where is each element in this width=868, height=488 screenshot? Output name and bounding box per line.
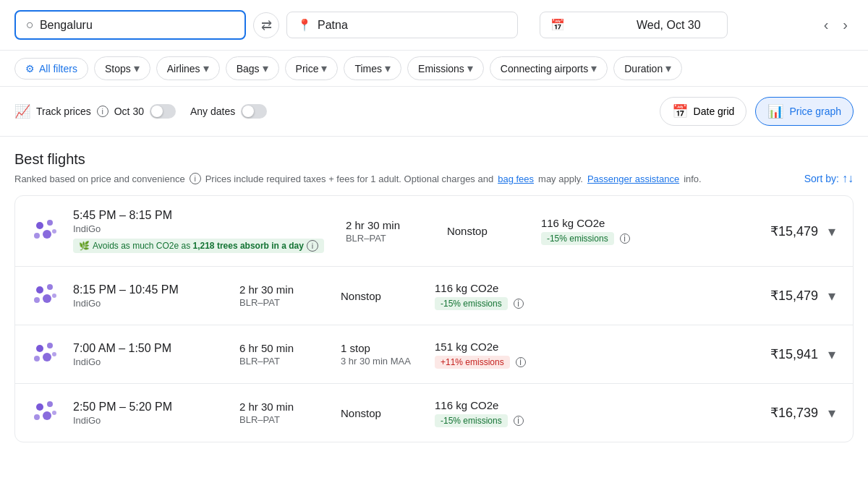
search-bar: ○ ⇄ 📍 Patna 📅 Wed, Oct 30 ‹ › — [0, 0, 868, 51]
flight-price: ₹15,479 ▾ — [770, 284, 838, 307]
airline-logo — [30, 397, 61, 429]
connecting-airports-label: Connecting airports — [501, 63, 588, 74]
svg-point-3 — [43, 230, 51, 239]
flight-time-range: 5:45 PM – 8:15 PM — [73, 209, 324, 222]
price-filter[interactable]: Price ▾ — [285, 56, 339, 80]
times-chevron: ▾ — [385, 61, 391, 75]
svg-point-8 — [43, 294, 51, 303]
date-grid-label: Date grid — [694, 106, 735, 117]
track-trend-icon: 📈 — [14, 103, 30, 119]
prev-date-button[interactable]: ‹ — [818, 14, 835, 36]
stops-filter[interactable]: Stops ▾ — [94, 56, 150, 80]
passenger-assistance-link[interactable]: Passenger assistance — [587, 174, 679, 184]
track-prices-label: Track prices — [36, 106, 91, 117]
bags-label: Bags — [237, 63, 260, 74]
swap-button[interactable]: ⇄ — [253, 12, 279, 38]
svg-point-15 — [36, 403, 43, 411]
svg-point-2 — [34, 233, 40, 239]
track-prices-toggle[interactable] — [150, 104, 176, 119]
price-value: ₹16,739 — [770, 405, 818, 421]
stops-value: Nonstop — [341, 290, 413, 302]
duration-value: 2 hr 30 min — [346, 219, 425, 231]
sort-arrows-icon: ↑↓ — [842, 172, 854, 185]
flight-emissions: 116 kg CO2e -15% emissions i — [435, 399, 550, 427]
svg-point-11 — [47, 343, 53, 348]
subtitle-info-icon[interactable]: i — [190, 173, 201, 184]
duration-label: Duration — [624, 63, 663, 74]
flight-row[interactable]: 7:00 AM – 1:50 PM IndiGo 6 hr 50 min BLR… — [15, 325, 853, 384]
price-chevron: ▾ — [321, 61, 327, 75]
expand-button[interactable]: ▾ — [825, 284, 838, 307]
emissions-badge: +11% emissions — [435, 356, 510, 369]
emissions-chevron: ▾ — [467, 61, 473, 75]
emissions-label: Emissions — [418, 63, 464, 74]
connecting-chevron: ▾ — [591, 61, 597, 75]
svg-point-10 — [36, 345, 43, 352]
flight-emissions: 116 kg CO2e -15% emissions i — [435, 282, 550, 310]
flight-stops: Nonstop — [341, 407, 413, 419]
flight-times: 5:45 PM – 8:15 PM IndiGo 🌿 Avoids as muc… — [73, 209, 324, 253]
airline-logo — [30, 215, 61, 247]
date-grid-button[interactable]: 📅 Date grid — [660, 97, 747, 126]
flight-row[interactable]: 8:15 PM – 10:45 PM IndiGo 2 hr 30 min BL… — [15, 267, 853, 325]
next-icon: › — [843, 17, 848, 33]
times-filter[interactable]: Times ▾ — [344, 56, 401, 80]
destination-value: Patna — [318, 19, 348, 32]
price-value: ₹15,479 — [770, 288, 818, 304]
flight-duration: 2 hr 30 min BLR–PAT — [239, 283, 319, 308]
emissions-filter[interactable]: Emissions ▾ — [407, 56, 484, 80]
flight-airline: IndiGo — [73, 298, 218, 309]
flight-row[interactable]: 2:50 PM – 5:20 PM IndiGo 2 hr 30 min BLR… — [15, 384, 853, 442]
flight-time-range: 7:00 AM – 1:50 PM — [73, 342, 218, 355]
flight-duration: 6 hr 50 min BLR–PAT — [239, 342, 319, 367]
emissions-badge: -15% emissions — [541, 232, 614, 245]
any-dates-toggle[interactable] — [241, 104, 267, 119]
bag-fees-link[interactable]: bag fees — [498, 174, 534, 184]
track-prices-info-icon[interactable]: i — [97, 106, 109, 117]
flight-airline: IndiGo — [73, 415, 218, 426]
expand-button[interactable]: ▾ — [825, 343, 838, 366]
flight-row[interactable]: 5:45 PM – 8:15 PM IndiGo 🌿 Avoids as muc… — [15, 196, 853, 267]
any-dates: Any dates — [190, 104, 267, 119]
airline-logo — [30, 338, 61, 370]
destination-field[interactable]: 📍 Patna — [286, 12, 518, 38]
duration-value: 2 hr 30 min — [239, 401, 319, 413]
svg-point-17 — [34, 414, 40, 420]
bags-filter[interactable]: Bags ▾ — [226, 56, 279, 80]
origin-icon: ○ — [26, 17, 34, 33]
svg-point-1 — [47, 220, 53, 226]
price-graph-label: Price graph — [789, 106, 841, 117]
flight-time-range: 8:15 PM – 10:45 PM — [73, 283, 218, 296]
duration-filter[interactable]: Duration ▾ — [613, 56, 682, 80]
prices-include-text: Prices include required taxes + fees for… — [205, 174, 494, 184]
flight-stops: Nonstop — [447, 225, 519, 237]
eco-info-icon[interactable]: i — [307, 240, 318, 252]
connecting-airports-filter[interactable]: Connecting airports ▾ — [490, 56, 608, 80]
emissions-info-icon[interactable]: i — [620, 234, 630, 244]
eco-badge-text: Avoids as much CO2e as 1,218 trees absor… — [93, 241, 304, 251]
swap-icon: ⇄ — [261, 17, 272, 33]
ranked-text: Ranked based on price and convenience — [14, 174, 185, 184]
emissions-info-icon[interactable]: i — [516, 357, 526, 367]
emissions-info-icon[interactable]: i — [514, 416, 524, 426]
sort-by[interactable]: Sort by: ↑↓ — [804, 172, 854, 185]
svg-point-0 — [36, 222, 43, 229]
all-filters-button[interactable]: ⚙ All filters — [14, 58, 88, 80]
origin-field[interactable]: ○ — [14, 10, 246, 40]
expand-button[interactable]: ▾ — [825, 401, 838, 424]
expand-button[interactable]: ▾ — [825, 220, 838, 243]
flight-airline: IndiGo — [73, 223, 324, 234]
sort-by-label: Sort by: — [804, 173, 839, 184]
airlines-filter[interactable]: Airlines ▾ — [156, 56, 220, 80]
flight-times: 8:15 PM – 10:45 PM IndiGo — [73, 283, 218, 309]
price-graph-button[interactable]: 📊 Price graph — [755, 97, 854, 126]
flight-duration: 2 hr 30 min BLR–PAT — [239, 401, 319, 425]
stops-value: Nonstop — [447, 225, 519, 237]
stops-value: 1 stop — [341, 342, 413, 354]
origin-input[interactable] — [40, 19, 234, 32]
emissions-info-icon[interactable]: i — [514, 299, 524, 309]
next-date-button[interactable]: › — [837, 14, 854, 36]
date-picker[interactable]: 📅 Wed, Oct 30 — [540, 12, 728, 38]
price-value: ₹15,941 — [770, 346, 818, 362]
stops-chevron: ▾ — [134, 61, 140, 75]
